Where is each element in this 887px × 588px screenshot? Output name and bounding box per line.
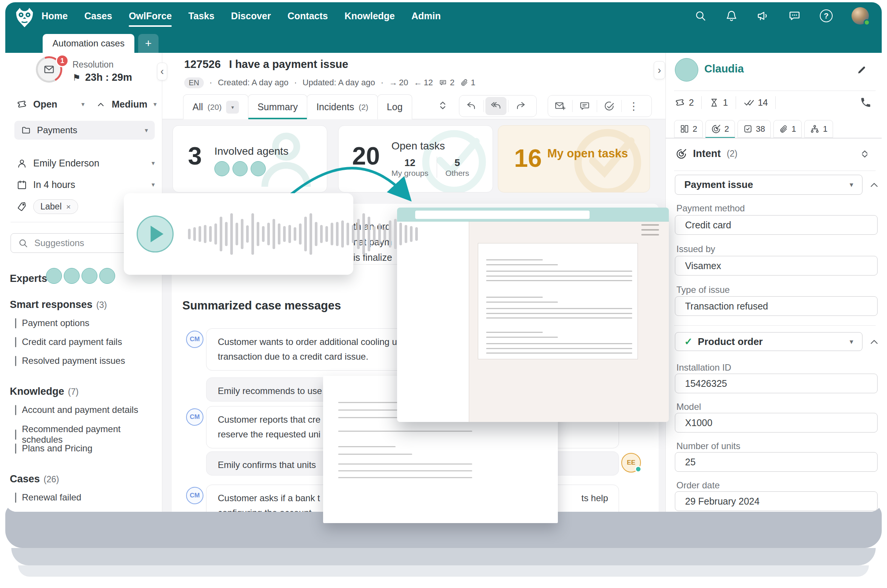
queue-dropdown[interactable]: Payments ▾	[14, 121, 155, 140]
contact-tabs: 2 2 38 1 1	[674, 120, 833, 138]
collapse-intent-icon[interactable]	[868, 179, 880, 191]
expert-avatar[interactable]	[99, 268, 115, 284]
collapse-order-icon[interactable]	[868, 336, 880, 348]
nav-item-discover[interactable]: Discover	[231, 11, 271, 22]
suggestion-item[interactable]: Credit card payment fails	[15, 337, 122, 347]
tab-summary[interactable]: Summary	[248, 94, 307, 119]
tab-log[interactable]: Log	[377, 94, 412, 119]
close-icon[interactable]: ×	[66, 202, 71, 211]
nav-item-cases[interactable]: Cases	[84, 11, 112, 22]
type-of-issue-input[interactable]	[675, 296, 878, 316]
reply-button[interactable]	[459, 95, 484, 117]
due-dropdown[interactable]: In 4 hours ▾	[17, 179, 155, 190]
tab-relations[interactable]: 1	[804, 120, 833, 138]
tab-attachments[interactable]: 1	[773, 120, 802, 138]
user-avatar[interactable]	[852, 7, 869, 25]
chevron-down-icon: ▾	[81, 100, 85, 108]
add-workspace-tab-button[interactable]: +	[138, 34, 159, 53]
expert-avatar[interactable]	[64, 268, 80, 284]
product-order-select[interactable]: ✓ Product order ▾	[675, 332, 862, 351]
new-email-button[interactable]	[548, 95, 572, 117]
nav-item-owlforce[interactable]: OwlForce	[129, 11, 172, 22]
help-icon[interactable]: ?	[820, 9, 833, 22]
summarized-messages-title: Summarized case messages	[182, 299, 341, 312]
checkbox-icon	[743, 124, 753, 134]
forward-button[interactable]	[508, 95, 533, 117]
intent-type-select[interactable]: Payment issue ▾	[675, 175, 862, 195]
number-of-units-input[interactable]	[675, 452, 878, 472]
calendar-icon	[17, 180, 27, 190]
suggestion-item[interactable]: Recommended payment schedules	[15, 424, 162, 445]
suggestion-item[interactable]: Plans and Pricing	[15, 443, 92, 454]
announcements-megaphone-icon[interactable]	[756, 9, 769, 22]
phone-icon[interactable]	[860, 97, 871, 108]
tab-intents[interactable]: 2	[705, 120, 735, 138]
nav-item-knowledge[interactable]: Knowledge	[345, 11, 395, 22]
nav-item-home[interactable]: Home	[42, 11, 68, 22]
pending-stat[interactable]: 1	[709, 97, 728, 108]
order-date-input[interactable]	[675, 491, 878, 511]
chevron-down-icon: ▾	[145, 126, 148, 134]
double-check-icon	[744, 97, 754, 108]
divider	[674, 171, 876, 171]
nav-item-tasks[interactable]: Tasks	[188, 11, 214, 22]
tickets-stat[interactable]: 2	[675, 97, 694, 108]
issued-by-input[interactable]	[675, 256, 878, 276]
expert-avatar[interactable]	[46, 268, 62, 284]
hierarchy-icon	[810, 124, 819, 134]
notifications-bell-icon[interactable]	[725, 10, 738, 22]
created-timestamp: Created: A day ago	[218, 78, 288, 88]
online-status-dot	[864, 19, 870, 26]
collapse-left-panel-button[interactable]: ‹	[157, 63, 167, 80]
tag-icon	[17, 202, 27, 212]
workspace-tab-automation-cases[interactable]: Automation cases	[43, 34, 134, 53]
ticket-icon	[17, 99, 27, 110]
tab-all-dropdown[interactable]: ▾	[226, 101, 239, 114]
field-label-installation-id: Installation ID	[676, 362, 731, 373]
more-options-kebab[interactable]: ⋮	[622, 95, 646, 117]
field-label-model: Model	[676, 402, 701, 412]
waveform[interactable]	[188, 206, 418, 262]
resolved-stat[interactable]: 14	[744, 97, 768, 108]
tab-all[interactable]: All(20) ▾	[183, 94, 248, 119]
my-open-tasks-card[interactable]: 16 My open tasks	[498, 125, 650, 192]
suggestion-item[interactable]: Resolved payment issues	[15, 356, 125, 366]
label-chip[interactable]: Label ×	[33, 199, 78, 214]
resolve-button[interactable]	[597, 95, 621, 117]
priority-value: Medium	[112, 99, 147, 110]
edit-pencil-icon[interactable]	[856, 64, 867, 75]
status-dropdown[interactable]: Open ▾	[17, 99, 85, 110]
case-properties-sidebar: 1 Resolution ⚑ 23h : 29m Open ▾ Medium ▾…	[5, 53, 162, 512]
folder-icon	[21, 125, 31, 135]
screenshot-canvas: Home Cases OwlForce Tasks Discover Conta…	[0, 0, 887, 588]
collapse-right-panel-button[interactable]: ›	[654, 61, 665, 79]
reply-all-button[interactable]	[485, 97, 507, 115]
nav-item-contacts[interactable]: Contacts	[288, 11, 328, 22]
suggestion-item[interactable]: Renewal failed	[15, 492, 81, 503]
tab-incidents[interactable]: Incidents(2)	[307, 94, 378, 119]
assignee-dropdown[interactable]: Emily Enderson ▾	[17, 158, 155, 169]
messages-chat-icon[interactable]	[788, 9, 801, 22]
mockup-titlebar	[397, 208, 669, 222]
tab-overview[interactable]: 2	[674, 120, 703, 138]
priority-dropdown[interactable]: Medium ▾	[96, 99, 156, 110]
installation-id-input[interactable]	[675, 374, 878, 393]
play-button[interactable]	[137, 215, 174, 252]
expand-collapse-all-icon[interactable]	[436, 99, 449, 112]
nav-item-admin[interactable]: Admin	[411, 11, 441, 22]
tab-tasks[interactable]: 38	[738, 120, 771, 138]
owl-logo-icon[interactable]	[13, 5, 36, 29]
due-value: In 4 hours	[33, 179, 75, 190]
suggestion-item[interactable]: Payment options	[15, 318, 89, 328]
payment-method-input[interactable]	[675, 215, 878, 235]
model-input[interactable]	[675, 413, 878, 433]
experts-label: Experts	[10, 273, 47, 285]
add-comment-button[interactable]	[573, 95, 597, 117]
suggestion-item[interactable]: Account and payment details	[15, 405, 138, 415]
search-icon[interactable]	[695, 10, 707, 22]
contact-avatar[interactable]	[675, 58, 698, 82]
contact-name[interactable]: Claudia	[704, 63, 744, 75]
hamburger-menu-icon[interactable]	[641, 224, 659, 239]
expert-avatar[interactable]	[82, 268, 97, 284]
expand-collapse-icon[interactable]	[859, 148, 870, 160]
